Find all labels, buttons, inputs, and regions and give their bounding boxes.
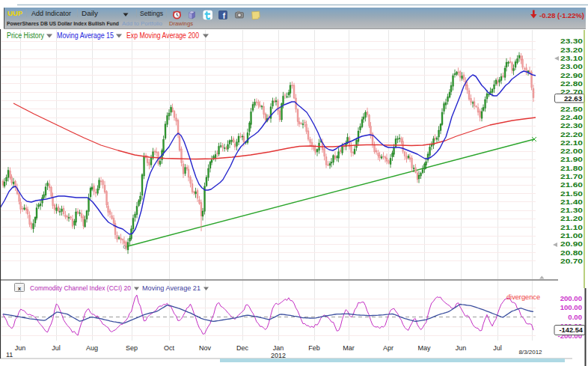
- svg-text:Moving Average 21: Moving Average 21: [142, 284, 200, 292]
- svg-text:21.60: 21.60: [560, 180, 583, 189]
- svg-text:200.00: 200.00: [560, 294, 582, 302]
- svg-text:22.20: 22.20: [560, 130, 583, 138]
- svg-text:x: x: [18, 285, 22, 292]
- svg-text:Mar: Mar: [343, 344, 355, 352]
- svg-text:Add Indicator: Add Indicator: [31, 10, 71, 17]
- svg-text:22.80: 22.80: [560, 79, 583, 88]
- svg-text:20.90: 20.90: [560, 240, 583, 248]
- svg-text:21.30: 21.30: [560, 206, 583, 214]
- svg-text:Daily: Daily: [82, 10, 99, 17]
- svg-text:-0.28 (-1.22%): -0.28 (-1.22%): [539, 11, 584, 19]
- svg-text:Drawings: Drawings: [169, 20, 193, 27]
- svg-text:20.70: 20.70: [560, 257, 583, 265]
- svg-text:Jul: Jul: [493, 344, 502, 352]
- svg-text:Dec: Dec: [236, 344, 249, 352]
- svg-text:Apr: Apr: [383, 344, 393, 352]
- svg-text:Jul: Jul: [52, 344, 61, 352]
- svg-text:Settings: Settings: [140, 10, 163, 17]
- svg-text:Jan: Jan: [273, 344, 284, 352]
- svg-text:May: May: [417, 344, 431, 352]
- svg-text:21.20: 21.20: [560, 214, 583, 222]
- svg-text:Sep: Sep: [126, 344, 138, 352]
- svg-text:22.40: 22.40: [560, 113, 583, 121]
- svg-text:22.50: 22.50: [560, 105, 583, 113]
- svg-text:21.90: 21.90: [560, 155, 583, 163]
- svg-text:22.63: 22.63: [564, 94, 582, 103]
- svg-text:100.00: 100.00: [560, 303, 582, 311]
- svg-text:PowerShares DB US Dollar Index: PowerShares DB US Dollar Index Bullish F…: [7, 20, 119, 27]
- svg-text:20.80: 20.80: [560, 248, 583, 257]
- svg-text:21.40: 21.40: [560, 198, 583, 206]
- svg-text:23.00: 23.00: [560, 62, 583, 70]
- svg-text:21.00: 21.00: [560, 231, 583, 240]
- svg-text:Exp Moving Average 200: Exp Moving Average 200: [126, 31, 199, 40]
- svg-text:Commodity Channel Index (CCI): Commodity Channel Index (CCI) 20: [30, 284, 131, 292]
- svg-text:11: 11: [6, 351, 13, 359]
- svg-text:divergence: divergence: [506, 293, 540, 301]
- svg-text:22.00: 22.00: [560, 147, 583, 155]
- svg-text:21.10: 21.10: [560, 223, 583, 231]
- svg-text:21.50: 21.50: [560, 189, 583, 198]
- svg-text:0.00: 0.00: [568, 313, 582, 321]
- svg-text:Moving Average 15: Moving Average 15: [57, 31, 114, 40]
- svg-text:Oct: Oct: [164, 344, 175, 352]
- svg-text:Aug: Aug: [86, 344, 98, 352]
- svg-text:23.10: 23.10: [560, 54, 583, 62]
- svg-text:Price History: Price History: [7, 31, 44, 40]
- svg-text:21.70: 21.70: [560, 172, 583, 180]
- svg-text:22.10: 22.10: [560, 138, 583, 147]
- svg-text:8/3/2012: 8/3/2012: [518, 349, 542, 356]
- svg-text:Add to Portfolio: Add to Portfolio: [122, 20, 163, 27]
- svg-text:22.30: 22.30: [560, 121, 583, 129]
- svg-text:Jun: Jun: [15, 344, 26, 352]
- svg-text:22.90: 22.90: [560, 71, 583, 79]
- svg-text:UUP: UUP: [7, 9, 23, 17]
- svg-text:23.30: 23.30: [560, 37, 583, 45]
- svg-text:-142.54: -142.54: [559, 326, 583, 334]
- svg-text:21.80: 21.80: [560, 164, 583, 172]
- svg-text:Feb: Feb: [308, 344, 320, 352]
- svg-text:Nov: Nov: [199, 344, 212, 352]
- svg-text:Jun: Jun: [456, 344, 467, 352]
- svg-text:23.20: 23.20: [560, 46, 583, 54]
